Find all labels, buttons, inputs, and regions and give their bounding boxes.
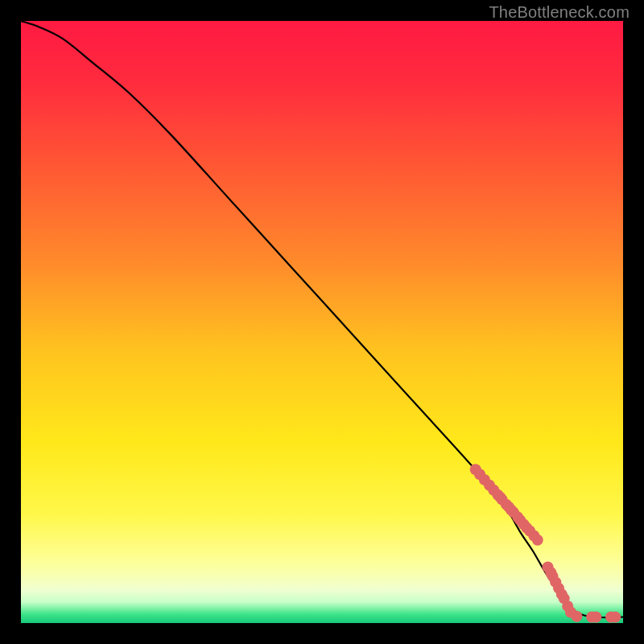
chart-plot-area xyxy=(21,21,623,623)
attribution-text: TheBottleneck.com xyxy=(489,3,630,22)
chart-svg xyxy=(21,21,623,623)
data-marker xyxy=(590,612,601,623)
data-marker xyxy=(571,611,582,622)
data-marker xyxy=(532,535,543,546)
data-marker xyxy=(609,612,621,623)
